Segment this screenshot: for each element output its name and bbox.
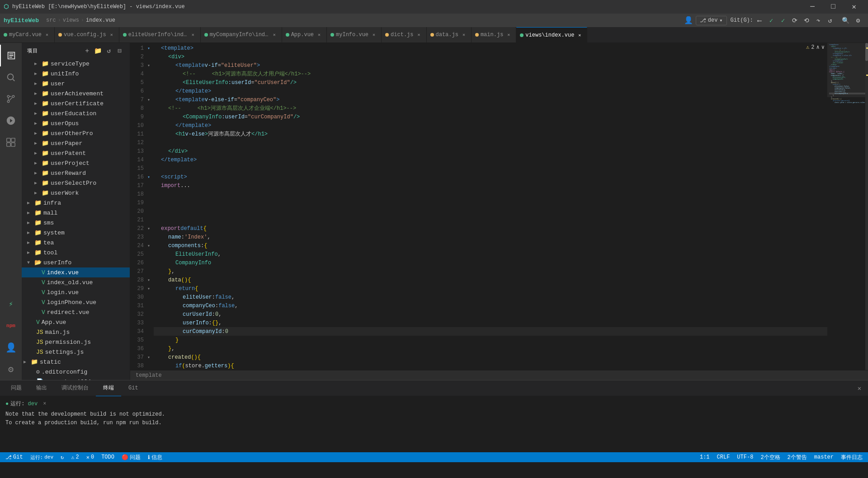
debug-activity-icon[interactable]	[0, 110, 22, 131]
code-line[interactable]: curUserId:0,	[154, 310, 827, 319]
tab-close[interactable]: ✕	[415, 31, 423, 38]
code-line[interactable]: <template>	[154, 44, 827, 52]
sidebar-item-redirect-vue[interactable]: ▶ V redirect.vue	[22, 307, 130, 317]
tab-close[interactable]: ✕	[189, 31, 197, 38]
sidebar-item-userOtherPro[interactable]: ▶ 📁 userOtherPro	[22, 128, 130, 138]
sidebar-item-index-old-vue[interactable]: ▶ V index_old.vue	[22, 277, 130, 287]
code-line[interactable]: },	[154, 267, 827, 276]
code-line[interactable]: }	[154, 336, 827, 344]
sidebar-item-userCertificate[interactable]: ▶ 📁 userCertificate	[22, 98, 130, 108]
sidebar-item-userWork[interactable]: ▶ 📁 userWork	[22, 188, 130, 198]
user-icon[interactable]: 👤	[682, 14, 695, 27]
code-line[interactable]: },	[154, 344, 827, 353]
panel-close-button[interactable]: ✕	[854, 383, 864, 393]
code-line[interactable]: CompanyInfo	[154, 258, 827, 267]
todo-status[interactable]: TODO	[99, 454, 116, 460]
npm-icon[interactable]: npm	[0, 315, 22, 337]
sidebar-item-index-vue[interactable]: ▶ V index.vue	[22, 267, 130, 277]
git-action-3[interactable]: ✓	[778, 15, 788, 26]
code-line[interactable]: name: 'Index',	[154, 233, 827, 241]
code-line[interactable]	[154, 216, 827, 224]
tab-close[interactable]: ✕	[271, 31, 278, 38]
panel-tab-problems[interactable]: 问题	[4, 380, 29, 396]
sidebar-item-static[interactable]: ▶ 📁 static	[22, 357, 130, 367]
spaces-status[interactable]: 2个空格	[759, 454, 782, 461]
code-line[interactable]: created() {	[154, 353, 827, 361]
settings-button[interactable]: ⚙	[852, 14, 864, 27]
code-line[interactable]: <template v-if="eliteUser">	[154, 61, 827, 70]
code-line[interactable]: import ...	[154, 181, 827, 190]
tab-myCompany[interactable]: myCompanyInfo\index.vue ✕	[201, 27, 282, 42]
sidebar-item-userOpus[interactable]: ▶ 📁 userOpus	[22, 118, 130, 128]
code-line[interactable]: </template>	[154, 87, 827, 95]
branch-status[interactable]: master	[812, 454, 835, 460]
tab-app[interactable]: App.vue ✕	[282, 27, 327, 42]
terminal-content[interactable]: ● 运行: dev × Note that the development bu…	[0, 396, 868, 452]
code-line[interactable]: </template>	[154, 155, 827, 164]
tab-myInfo[interactable]: myInfo.vue ✕	[327, 27, 382, 42]
sidebar-item-App-vue[interactable]: ▶ V App.vue	[22, 317, 130, 327]
sidebar-item-settings-js[interactable]: ▶ JS settings.js	[22, 347, 130, 357]
code-line[interactable]: <template v-else-if="companyCeo">	[154, 95, 827, 104]
maximize-button[interactable]: □	[823, 0, 844, 14]
breadcrumb-views[interactable]: views	[61, 17, 81, 23]
search-activity-icon[interactable]	[0, 66, 22, 88]
code-line[interactable]	[154, 138, 827, 147]
git-action-1[interactable]: ⟵	[754, 15, 765, 26]
tab-close[interactable]: ✕	[460, 31, 467, 38]
fold-marker[interactable]: ▾	[147, 97, 154, 103]
git-branch-status[interactable]: ⎇ Git	[4, 454, 25, 461]
tab-close[interactable]: ✕	[108, 31, 115, 38]
code-scroll[interactable]: 1 ▾ 2 3 ▾ 4	[130, 43, 868, 370]
warnings-status[interactable]: 2个警告	[786, 454, 809, 461]
down-arrow-icon[interactable]: ∨	[821, 44, 825, 51]
panel-tab-debug[interactable]: 调试控制台	[54, 380, 96, 396]
sidebar-item-userSelectPro[interactable]: ▶ 📁 userSelectPro	[22, 178, 130, 188]
settings-activity-icon[interactable]: ⚙	[0, 358, 22, 380]
sidebar-item-infra[interactable]: ▶ 📁 infra	[22, 198, 130, 208]
git-action-7[interactable]: ↺	[825, 15, 835, 26]
tab-close[interactable]: ✕	[43, 31, 51, 38]
sidebar-item-serviceType[interactable]: ▶ 📁 serviceType	[22, 59, 130, 69]
encoding-status[interactable]: UTF-8	[735, 454, 755, 460]
code-line[interactable]: <CompanyInfo :userId="curCompanyId"/>	[154, 112, 827, 121]
problem-status[interactable]: 🔴 问题	[120, 454, 142, 461]
sync-status[interactable]: ↻	[59, 454, 66, 461]
code-line[interactable]: <!-- <h1>河源市高层次人才用户端</h1>-->	[154, 70, 827, 78]
git-action-6[interactable]: ↷	[813, 15, 824, 26]
git-action-4[interactable]: ⟳	[789, 15, 800, 26]
panel-tab-terminal[interactable]: 终端	[96, 380, 121, 396]
code-line[interactable]	[154, 207, 827, 216]
sidebar-item-userReward[interactable]: ▶ 📁 userReward	[22, 168, 130, 178]
event-log-status[interactable]: 事件日志	[839, 454, 864, 461]
tab-eliteUser[interactable]: eliteUserInfo\index.vue ✕	[119, 27, 201, 42]
sidebar-item-system[interactable]: ▶ 📁 system	[22, 228, 130, 238]
breadcrumb-src[interactable]: src	[44, 17, 58, 23]
breadcrumb-file[interactable]: index.vue	[84, 17, 117, 23]
sidebar-item-mall[interactable]: ▶ 📁 mall	[22, 208, 130, 218]
up-arrow-icon[interactable]: ∧	[816, 44, 820, 51]
account-icon[interactable]: 👤	[0, 337, 22, 358]
sidebar-item-env-demo1024[interactable]: ▶ 📄 .env.demo1024	[22, 377, 130, 380]
tab-close[interactable]: ✕	[370, 31, 377, 38]
sidebar-item-userInfo[interactable]: ▼ 📂 userInfo	[22, 258, 130, 267]
fold-marker[interactable]: ▾	[147, 46, 154, 51]
remote-icon[interactable]: ⚡	[0, 293, 22, 315]
code-line[interactable]	[154, 190, 827, 198]
code-line[interactable]: <div>	[154, 52, 827, 61]
code-line[interactable]: data() {	[154, 276, 827, 284]
search-button[interactable]: 🔍	[839, 14, 852, 27]
code-line[interactable]: return {	[154, 284, 827, 293]
git-activity-icon[interactable]	[0, 88, 22, 110]
code-line[interactable]: userInfo:{},	[154, 319, 827, 327]
code-line[interactable]: EliteUserInfo,	[154, 250, 827, 258]
position-status[interactable]: 1:1	[698, 454, 712, 460]
code-line[interactable]: companyCeo:false,	[154, 301, 827, 310]
sidebar-item-sms[interactable]: ▶ 📁 sms	[22, 218, 130, 228]
sidebar-item-tool[interactable]: ▶ 📁 tool	[22, 248, 130, 258]
sidebar-item-userAchievement[interactable]: ▶ 📁 userAchievement	[22, 89, 130, 98]
sidebar-item-unitInfo[interactable]: ▶ 📁 unitInfo	[22, 69, 130, 79]
fold-marker[interactable]: ▾	[147, 63, 154, 68]
tab-main[interactable]: main.js ✕	[472, 27, 516, 42]
code-line[interactable]	[154, 198, 827, 207]
